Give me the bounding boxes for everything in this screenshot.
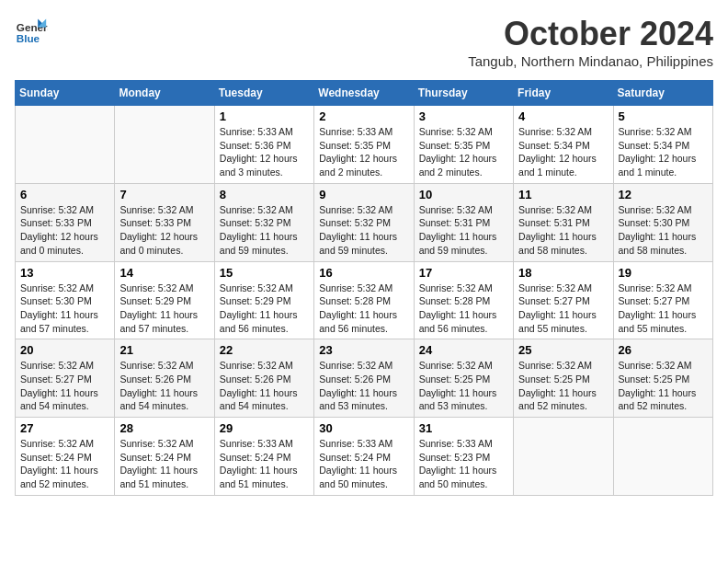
day-info: Sunrise: 5:32 AM Sunset: 5:34 PM Dayligh…: [619, 125, 708, 179]
day-number: 31: [419, 421, 508, 435]
title-block: October 2024 Tangub, Northern Mindanao, …: [468, 15, 713, 69]
day-number: 3: [419, 109, 508, 123]
calendar-cell: 19Sunrise: 5:32 AM Sunset: 5:27 PM Dayli…: [613, 261, 712, 339]
day-info: Sunrise: 5:32 AM Sunset: 5:24 PM Dayligh…: [20, 437, 109, 491]
day-info: Sunrise: 5:32 AM Sunset: 5:32 PM Dayligh…: [319, 203, 408, 258]
calendar-cell: 11Sunrise: 5:32 AM Sunset: 5:31 PM Dayli…: [514, 183, 613, 261]
day-number: 19: [619, 266, 708, 280]
weekday-header-wednesday: Wednesday: [314, 81, 414, 106]
day-number: 28: [119, 421, 209, 435]
calendar-cell: [16, 106, 115, 184]
calendar-week-row: 27Sunrise: 5:32 AM Sunset: 5:24 PM Dayli…: [16, 418, 713, 496]
day-number: 13: [20, 266, 109, 280]
day-number: 8: [220, 188, 309, 201]
day-number: 21: [119, 343, 209, 357]
calendar-cell: 26Sunrise: 5:32 AM Sunset: 5:25 PM Dayli…: [613, 339, 712, 418]
logo: General Blue: [15, 15, 48, 48]
day-info: Sunrise: 5:32 AM Sunset: 5:31 PM Dayligh…: [419, 203, 508, 258]
day-number: 16: [319, 266, 408, 280]
calendar-cell: 12Sunrise: 5:32 AM Sunset: 5:30 PM Dayli…: [613, 183, 712, 261]
location-title: Tangub, Northern Mindanao, Philippines: [468, 53, 713, 69]
day-info: Sunrise: 5:32 AM Sunset: 5:27 PM Dayligh…: [518, 282, 608, 336]
day-info: Sunrise: 5:32 AM Sunset: 5:32 PM Dayligh…: [220, 203, 309, 258]
day-info: Sunrise: 5:33 AM Sunset: 5:36 PM Dayligh…: [220, 125, 309, 179]
calendar-cell: 30Sunrise: 5:33 AM Sunset: 5:24 PM Dayli…: [314, 418, 414, 496]
day-info: Sunrise: 5:33 AM Sunset: 5:24 PM Dayligh…: [319, 437, 408, 491]
day-info: Sunrise: 5:32 AM Sunset: 5:30 PM Dayligh…: [20, 282, 109, 336]
weekday-header-saturday: Saturday: [613, 81, 712, 106]
calendar-cell: 3Sunrise: 5:32 AM Sunset: 5:35 PM Daylig…: [414, 106, 513, 184]
calendar-cell: 24Sunrise: 5:32 AM Sunset: 5:25 PM Dayli…: [414, 339, 513, 418]
day-info: Sunrise: 5:33 AM Sunset: 5:24 PM Dayligh…: [220, 437, 309, 491]
calendar-cell: 16Sunrise: 5:32 AM Sunset: 5:28 PM Dayli…: [314, 261, 414, 339]
day-number: 30: [319, 421, 408, 435]
svg-text:Blue: Blue: [17, 32, 40, 44]
day-number: 14: [119, 266, 209, 280]
day-number: 26: [619, 343, 708, 357]
calendar-header-row: SundayMondayTuesdayWednesdayThursdayFrid…: [16, 81, 713, 106]
calendar-cell: 20Sunrise: 5:32 AM Sunset: 5:27 PM Dayli…: [16, 339, 115, 418]
calendar-cell: 7Sunrise: 5:32 AM Sunset: 5:33 PM Daylig…: [115, 183, 214, 261]
day-number: 22: [220, 343, 309, 357]
day-info: Sunrise: 5:32 AM Sunset: 5:35 PM Dayligh…: [419, 125, 508, 179]
calendar-cell: 27Sunrise: 5:32 AM Sunset: 5:24 PM Dayli…: [16, 418, 115, 496]
day-number: 6: [20, 188, 109, 201]
weekday-header-tuesday: Tuesday: [214, 81, 313, 106]
day-info: Sunrise: 5:32 AM Sunset: 5:28 PM Dayligh…: [419, 282, 508, 336]
day-number: 20: [20, 343, 109, 357]
calendar-cell: 21Sunrise: 5:32 AM Sunset: 5:26 PM Dayli…: [115, 339, 214, 418]
calendar-cell: 8Sunrise: 5:32 AM Sunset: 5:32 PM Daylig…: [214, 183, 313, 261]
day-number: 29: [220, 421, 309, 435]
day-info: Sunrise: 5:32 AM Sunset: 5:26 PM Dayligh…: [220, 359, 309, 413]
calendar-cell: 13Sunrise: 5:32 AM Sunset: 5:30 PM Dayli…: [16, 261, 115, 339]
calendar-cell: 1Sunrise: 5:33 AM Sunset: 5:36 PM Daylig…: [214, 106, 313, 184]
day-number: 25: [518, 343, 608, 357]
day-number: 18: [518, 266, 608, 280]
calendar-week-row: 1Sunrise: 5:33 AM Sunset: 5:36 PM Daylig…: [16, 106, 713, 184]
day-number: 9: [319, 188, 408, 201]
logo-icon: General Blue: [15, 15, 48, 48]
day-info: Sunrise: 5:32 AM Sunset: 5:27 PM Dayligh…: [619, 282, 708, 336]
day-info: Sunrise: 5:33 AM Sunset: 5:23 PM Dayligh…: [419, 437, 508, 491]
calendar-cell: 31Sunrise: 5:33 AM Sunset: 5:23 PM Dayli…: [414, 418, 513, 496]
day-info: Sunrise: 5:32 AM Sunset: 5:25 PM Dayligh…: [619, 359, 708, 413]
day-number: 27: [20, 421, 109, 435]
calendar-cell: 29Sunrise: 5:33 AM Sunset: 5:24 PM Dayli…: [214, 418, 313, 496]
day-info: Sunrise: 5:32 AM Sunset: 5:29 PM Dayligh…: [220, 282, 309, 336]
day-number: 2: [319, 109, 408, 123]
calendar-cell: 15Sunrise: 5:32 AM Sunset: 5:29 PM Dayli…: [214, 261, 313, 339]
calendar-week-row: 13Sunrise: 5:32 AM Sunset: 5:30 PM Dayli…: [16, 261, 713, 339]
day-number: 10: [419, 188, 508, 201]
calendar-cell: 18Sunrise: 5:32 AM Sunset: 5:27 PM Dayli…: [514, 261, 613, 339]
weekday-header-thursday: Thursday: [414, 81, 513, 106]
calendar-cell: 4Sunrise: 5:32 AM Sunset: 5:34 PM Daylig…: [514, 106, 613, 184]
calendar-cell: 22Sunrise: 5:32 AM Sunset: 5:26 PM Dayli…: [214, 339, 313, 418]
calendar-table: SundayMondayTuesdayWednesdayThursdayFrid…: [15, 80, 713, 496]
month-title: October 2024: [468, 15, 713, 53]
day-number: 11: [518, 188, 608, 201]
day-number: 4: [518, 109, 608, 123]
calendar-week-row: 6Sunrise: 5:32 AM Sunset: 5:33 PM Daylig…: [16, 183, 713, 261]
day-info: Sunrise: 5:32 AM Sunset: 5:26 PM Dayligh…: [119, 359, 209, 413]
day-number: 15: [220, 266, 309, 280]
day-number: 1: [220, 109, 309, 123]
day-info: Sunrise: 5:32 AM Sunset: 5:27 PM Dayligh…: [20, 359, 109, 413]
weekday-header-monday: Monday: [115, 81, 214, 106]
calendar-cell: 25Sunrise: 5:32 AM Sunset: 5:25 PM Dayli…: [514, 339, 613, 418]
calendar-cell: [613, 418, 712, 496]
day-info: Sunrise: 5:32 AM Sunset: 5:29 PM Dayligh…: [119, 282, 209, 336]
calendar-week-row: 20Sunrise: 5:32 AM Sunset: 5:27 PM Dayli…: [16, 339, 713, 418]
day-info: Sunrise: 5:33 AM Sunset: 5:35 PM Dayligh…: [319, 125, 408, 179]
calendar-cell: 9Sunrise: 5:32 AM Sunset: 5:32 PM Daylig…: [314, 183, 414, 261]
day-info: Sunrise: 5:32 AM Sunset: 5:28 PM Dayligh…: [319, 282, 408, 336]
day-info: Sunrise: 5:32 AM Sunset: 5:24 PM Dayligh…: [119, 437, 209, 491]
day-number: 17: [419, 266, 508, 280]
day-info: Sunrise: 5:32 AM Sunset: 5:33 PM Dayligh…: [119, 203, 209, 258]
calendar-cell: 23Sunrise: 5:32 AM Sunset: 5:26 PM Dayli…: [314, 339, 414, 418]
day-info: Sunrise: 5:32 AM Sunset: 5:31 PM Dayligh…: [518, 203, 608, 258]
day-number: 5: [619, 109, 708, 123]
calendar-cell: 10Sunrise: 5:32 AM Sunset: 5:31 PM Dayli…: [414, 183, 513, 261]
weekday-header-sunday: Sunday: [16, 81, 115, 106]
day-info: Sunrise: 5:32 AM Sunset: 5:30 PM Dayligh…: [619, 203, 708, 258]
weekday-header-friday: Friday: [514, 81, 613, 106]
